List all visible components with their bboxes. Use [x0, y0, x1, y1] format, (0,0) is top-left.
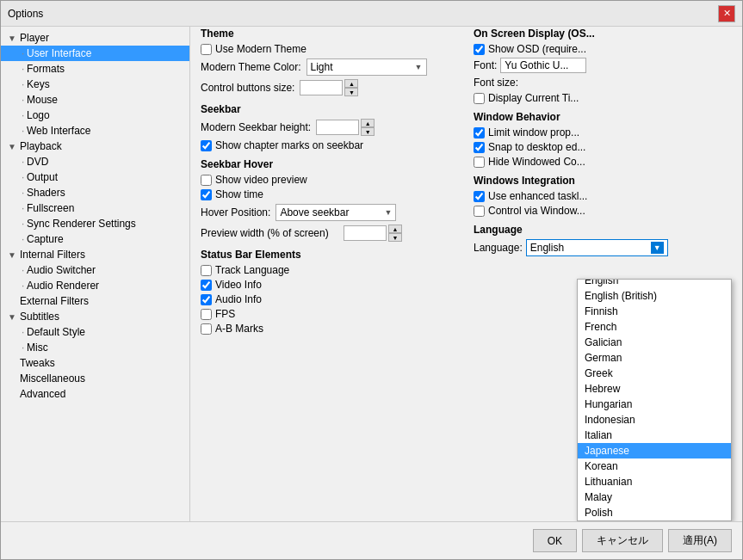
lang-option-lithuanian[interactable]: Lithuanian [578, 474, 731, 489]
preview-width-spin-down[interactable]: ▼ [388, 233, 402, 242]
sidebar-item-formats[interactable]: ·Formats [1, 61, 189, 77]
main-content: User Interface Theme Use Modern Theme Mo… [190, 27, 742, 521]
apply-button[interactable]: 適用(A) [668, 529, 732, 552]
modern-theme-color-dropdown[interactable]: Light ▼ [306, 58, 427, 76]
modern-theme-color-row: Modern Theme Color: Light ▼ [201, 58, 460, 76]
lang-option-german[interactable]: German [578, 350, 731, 366]
show-osd-checkbox[interactable] [474, 44, 485, 55]
lang-option-malay[interactable]: Malay [578, 489, 731, 505]
preview-width-label: Preview width (% of screen) [201, 227, 338, 239]
hover-position-arrow-icon: ▼ [384, 208, 392, 217]
windows-integration-group-label: Windows Integration [474, 175, 732, 187]
sidebar-item-default-style[interactable]: ·Default Style [1, 324, 189, 340]
control-buttons-spin-up[interactable]: ▲ [344, 79, 358, 88]
sidebar-item-logo[interactable]: ·Logo [1, 108, 189, 123]
show-chapter-marks-checkbox[interactable] [201, 140, 212, 151]
sidebar-item-internal-filters[interactable]: ▼Internal Filters [1, 247, 189, 262]
seekbar-height-spin-up[interactable]: ▲ [361, 119, 375, 127]
content-area: Theme Use Modern Theme Modern Theme Colo… [190, 27, 742, 344]
lang-option-greek[interactable]: Greek [578, 366, 731, 381]
sidebar-item-shaders[interactable]: ·Shaders [1, 185, 189, 200]
show-time-checkbox[interactable] [201, 189, 212, 200]
hide-windowed-checkbox[interactable] [474, 157, 485, 168]
lang-option-indonesian[interactable]: Indonesian [578, 412, 731, 428]
language-dropdown: ArmenianBasqueBelarusianBengaliBosnianBu… [577, 279, 732, 521]
hover-position-dropdown[interactable]: Above seekbar ▼ [276, 204, 396, 221]
video-info-checkbox[interactable] [201, 280, 212, 291]
language-select-box[interactable]: English ▼ [526, 239, 668, 256]
snap-to-desktop-checkbox[interactable] [474, 142, 485, 153]
control-buttons-spin-down[interactable]: ▼ [344, 88, 358, 96]
display-current-time-checkbox[interactable] [474, 93, 485, 104]
lang-option-polish[interactable]: Polish [578, 505, 731, 520]
sidebar-item-dvd[interactable]: ·DVD [1, 154, 189, 169]
theme-group-label: Theme [201, 28, 460, 40]
sidebar-item-fullscreen[interactable]: ·Fullscreen [1, 200, 189, 216]
sidebar-item-player[interactable]: ▼Player [1, 30, 189, 46]
lang-option-galician[interactable]: Galician [578, 335, 731, 350]
font-input[interactable]: Yu Gothic U... [500, 58, 586, 73]
audio-info-checkbox[interactable] [201, 294, 212, 305]
ok-button[interactable]: OK [533, 529, 577, 552]
lang-option-english[interactable]: English [578, 280, 731, 288]
sidebar-item-output[interactable]: ·Output [1, 169, 189, 185]
limit-window-checkbox[interactable] [474, 127, 485, 138]
lang-option-french[interactable]: French [578, 319, 731, 335]
modern-seekbar-height-row: Modern Seekbar height: 16 ▲ ▼ [201, 119, 460, 136]
use-modern-theme-checkbox[interactable] [201, 44, 212, 55]
control-buttons-size-input[interactable]: 24 [300, 80, 343, 95]
sidebar: ▼Player·User Interface·Formats·Keys·Mous… [1, 27, 190, 521]
fps-checkbox[interactable] [201, 309, 212, 320]
sidebar-item-tweaks[interactable]: Tweaks [1, 355, 189, 371]
lang-option-hebrew[interactable]: Hebrew [578, 381, 731, 397]
lang-option-hungarian[interactable]: Hungarian [578, 397, 731, 412]
language-label: Language: [474, 242, 523, 254]
sidebar-item-mouse[interactable]: ·Mouse [1, 92, 189, 108]
track-language-checkbox[interactable] [201, 265, 212, 276]
language-row: Language: English ▼ [474, 239, 732, 256]
sidebar-label-user-interface: User Interface [27, 47, 91, 59]
sidebar-item-external-filters[interactable]: External Filters [1, 293, 189, 309]
sidebar-item-playback[interactable]: ▼Playback [1, 138, 189, 154]
control-buttons-size-label: Control buttons size: [201, 82, 294, 94]
hover-position-row: Hover Position: Above seekbar ▼ [201, 204, 460, 221]
control-via-label: Control via Window... [488, 205, 585, 217]
track-language-row: Track Language [201, 264, 460, 276]
sidebar-item-web-interface[interactable]: ·Web Interface [1, 123, 189, 138]
close-button[interactable]: ✕ [718, 5, 735, 22]
right-panel: On Screen Display (OS... Show OSD (requi… [474, 27, 732, 337]
ab-marks-label: A-B Marks [215, 323, 263, 335]
control-via-checkbox[interactable] [474, 206, 485, 217]
ab-marks-checkbox[interactable] [201, 323, 212, 335]
use-enhanced-checkbox[interactable] [474, 191, 485, 202]
preview-width-spin-up[interactable]: ▲ [388, 225, 402, 233]
sidebar-item-audio-switcher[interactable]: ·Audio Switcher [1, 262, 189, 278]
modern-theme-color-label: Modern Theme Color: [201, 61, 301, 73]
sidebar-item-audio-renderer[interactable]: ·Audio Renderer [1, 278, 189, 293]
lang-option-korean[interactable]: Korean [578, 458, 731, 474]
seekbar-height-input[interactable]: 16 [316, 120, 359, 135]
tree-toggle-icon: ▼ [8, 142, 20, 151]
sidebar-item-subtitles[interactable]: ▼Subtitles [1, 309, 189, 324]
preview-width-input[interactable]: 15 [344, 225, 387, 241]
lang-option-finnish[interactable]: Finnish [578, 304, 731, 319]
sidebar-item-sync-renderer[interactable]: ·Sync Renderer Settings [1, 216, 189, 231]
show-chapter-marks-label: Show chapter marks on seekbar [215, 139, 363, 151]
seekbar-height-spin-down[interactable]: ▼ [361, 127, 375, 136]
lang-option-english-british[interactable]: English (British) [578, 288, 731, 304]
lang-option-italian[interactable]: Italian [578, 428, 731, 443]
dropdown-arrow-icon: ▼ [415, 63, 423, 71]
sidebar-item-advanced[interactable]: Advanced [1, 386, 189, 402]
sidebar-item-miscellaneous[interactable]: Miscellaneous [1, 371, 189, 386]
cancel-button[interactable]: キャンセル [582, 529, 663, 552]
lang-option-japanese[interactable]: Japanese [578, 443, 731, 458]
seekbar-group-label: Seekbar [201, 103, 460, 115]
dialog-title: Options [8, 8, 43, 20]
sidebar-item-user-interface[interactable]: ·User Interface [1, 46, 189, 61]
tree-toggle-icon: ▼ [8, 250, 20, 260]
sidebar-item-misc-sub[interactable]: ·Misc [1, 340, 189, 355]
sidebar-item-capture[interactable]: ·Capture [1, 231, 189, 247]
show-video-preview-checkbox[interactable] [201, 175, 212, 186]
sidebar-item-keys[interactable]: ·Keys [1, 77, 189, 92]
show-osd-label: Show OSD (require... [488, 43, 586, 55]
